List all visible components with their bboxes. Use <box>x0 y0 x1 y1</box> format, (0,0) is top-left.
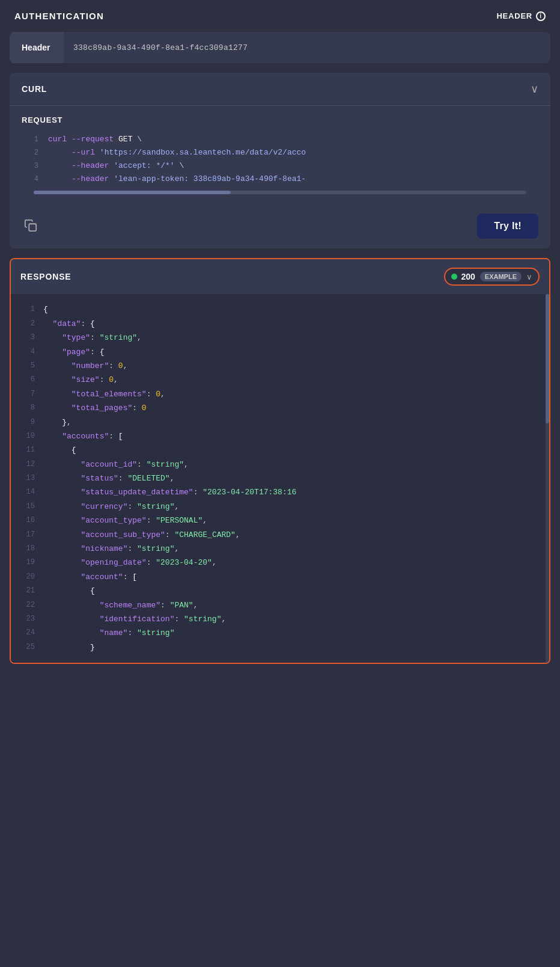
json-line-13: 13 "status": "DELETED", <box>16 471 544 485</box>
curl-section: CURL ∨ REQUEST 1 curl --request GET \ 2 … <box>10 73 550 248</box>
code-content-1: curl --request GET \ <box>48 133 142 146</box>
code-line-1: 1 curl --request GET \ <box>22 133 538 146</box>
code-content-4: --header 'lean-app-token: 338c89ab-9a34-… <box>48 173 306 186</box>
auth-title: AUTHENTICATION <box>14 11 104 21</box>
json-line-9: 9 }, <box>16 416 544 429</box>
json-line-5: 5 "number": 0, <box>16 359 544 373</box>
token-label: Header <box>10 32 64 63</box>
json-line-6: 6 "size": 0, <box>16 373 544 387</box>
code-line-4: 4 --header 'lean-app-token: 338c89ab-9a3… <box>22 173 538 186</box>
json-line-25: 25 } <box>16 640 544 654</box>
code-line-2: 2 --url 'https://sandbox.sa.leantech.me/… <box>22 146 538 159</box>
json-line-19: 19 "opening_date": "2023-04-20", <box>16 556 544 569</box>
header-label: HEADER <box>496 11 532 20</box>
info-icon[interactable]: i <box>536 11 546 21</box>
example-badge: EXAMPLE <box>480 272 522 281</box>
dropdown-arrow-icon: ∨ <box>526 272 532 281</box>
token-section: Header 338c89ab-9a34-490f-8ea1-f4cc309a1… <box>10 32 550 63</box>
toolbar: Try It! <box>10 206 550 248</box>
request-title: REQUEST <box>22 115 538 124</box>
json-line-20: 20 "account": [ <box>16 570 544 584</box>
response-header: RESPONSE 200 EXAMPLE ∨ <box>11 259 549 294</box>
json-line-17: 17 "account_sub_type": "CHARGE_CARD", <box>16 528 544 542</box>
json-line-24: 24 "name": "string" <box>16 626 544 640</box>
chevron-down-icon: ∨ <box>531 82 538 96</box>
json-line-15: 15 "currency": "string", <box>16 500 544 514</box>
json-line-2: 2 "data": { <box>16 317 544 331</box>
json-line-4: 4 "page": { <box>16 345 544 359</box>
curl-header[interactable]: CURL ∨ <box>10 73 550 105</box>
response-status-selector[interactable]: 200 EXAMPLE ∨ <box>444 268 540 286</box>
line-num-4: 4 <box>22 173 38 185</box>
json-line-11: 11 { <box>16 443 544 457</box>
json-line-1: 1 { <box>16 302 544 316</box>
line-num-1: 1 <box>22 133 38 146</box>
json-line-12: 12 "account_id": "string", <box>16 458 544 471</box>
json-line-16: 16 "account_type": "PERSONAL", <box>16 514 544 527</box>
json-line-10: 10 "accounts": [ <box>16 429 544 443</box>
code-content-2: --url 'https://sandbox.sa.leantech.me/da… <box>48 146 306 159</box>
token-value: 338c89ab-9a34-490f-8ea1-f4cc309a1277 <box>64 32 257 63</box>
scrollbar-thumb <box>546 294 549 423</box>
json-line-14: 14 "status_update_datetime": "2023-04-20… <box>16 485 544 499</box>
response-title: RESPONSE <box>20 272 72 281</box>
copy-button[interactable] <box>22 216 40 236</box>
code-line-3: 3 --header 'accept: */*' \ <box>22 159 538 173</box>
auth-header: AUTHENTICATION HEADER i <box>0 0 560 32</box>
curl-title: CURL <box>22 84 47 94</box>
header-right: HEADER i <box>496 11 546 21</box>
json-line-23: 23 "identification": "string", <box>16 612 544 626</box>
copy-icon <box>24 219 37 232</box>
response-section: RESPONSE 200 EXAMPLE ∨ 1 { 2 "data": { 3… <box>10 258 550 664</box>
code-block: 1 curl --request GET \ 2 --url 'https://… <box>22 133 538 186</box>
line-num-3: 3 <box>22 159 38 172</box>
status-code: 200 <box>461 272 475 281</box>
json-line-18: 18 "nickname": "string", <box>16 542 544 556</box>
scrollbar-thumb <box>34 191 231 194</box>
json-line-8: 8 "total_pages": 0 <box>16 401 544 415</box>
status-dot <box>451 274 457 280</box>
code-content-3: --header 'accept: */*' \ <box>48 159 184 173</box>
json-response-block: 1 { 2 "data": { 3 "type": "string", 4 "p… <box>11 294 549 663</box>
vertical-scrollbar[interactable] <box>546 294 549 663</box>
json-line-3: 3 "type": "string", <box>16 331 544 345</box>
request-section: REQUEST 1 curl --request GET \ 2 --url '… <box>10 106 550 206</box>
horizontal-scrollbar[interactable] <box>34 191 526 194</box>
json-line-7: 7 "total_elements": 0, <box>16 387 544 401</box>
json-line-21: 21 { <box>16 584 544 598</box>
json-line-22: 22 "scheme_name": "PAN", <box>16 598 544 612</box>
try-it-button[interactable]: Try It! <box>477 213 538 239</box>
svg-rect-0 <box>29 224 36 231</box>
line-num-2: 2 <box>22 146 38 159</box>
